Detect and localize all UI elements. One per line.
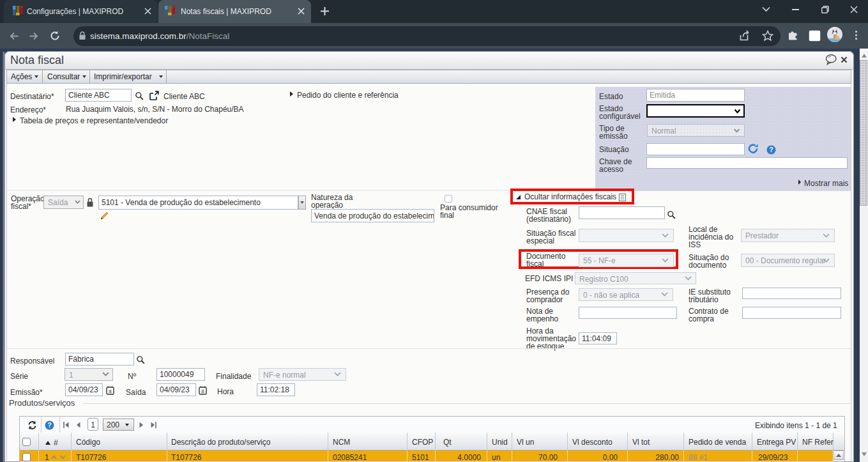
svg-text:8: 8 <box>109 389 112 394</box>
svg-text:8: 8 <box>201 389 204 394</box>
svg-text:?: ? <box>769 146 773 153</box>
svg-text:?: ? <box>47 422 51 429</box>
